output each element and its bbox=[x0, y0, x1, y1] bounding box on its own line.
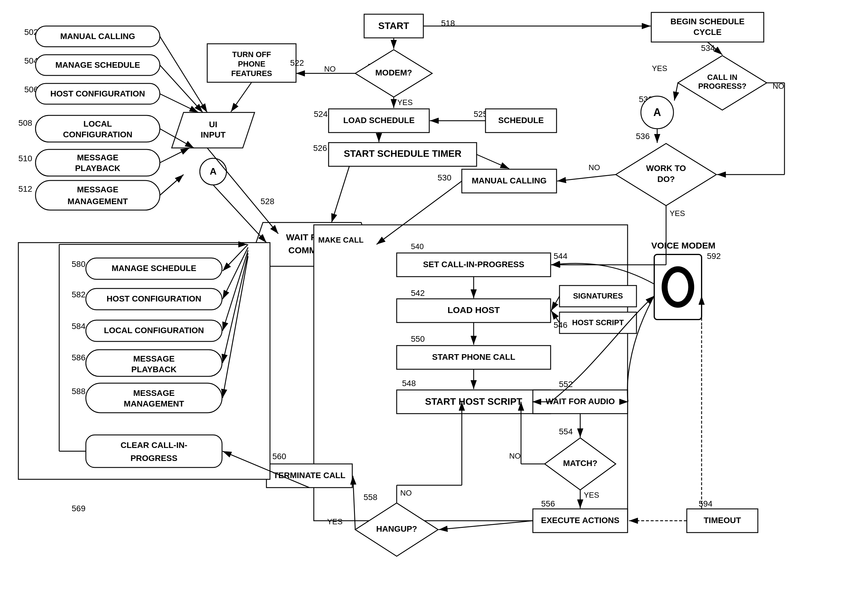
diagram-container: 502 MANUAL CALLING 504 MANAGE SCHEDULE 5… bbox=[0, 0, 865, 616]
message-playback-bot-label: MESSAGE bbox=[133, 354, 175, 363]
manage-schedule-top-label: MANAGE SCHEDULE bbox=[55, 60, 140, 69]
svg-text:550: 550 bbox=[411, 334, 425, 344]
svg-text:586: 586 bbox=[72, 353, 85, 362]
host-script-label: HOST SCRIPT bbox=[572, 318, 624, 327]
svg-text:YES: YES bbox=[397, 98, 413, 107]
svg-text:584: 584 bbox=[72, 322, 85, 331]
load-host-label: LOAD HOST bbox=[447, 305, 500, 315]
svg-text:594: 594 bbox=[699, 499, 712, 508]
svg-text:INPUT: INPUT bbox=[201, 130, 225, 139]
signatures-label: SIGNATURES bbox=[573, 291, 623, 300]
manual-calling-label: MANUAL CALLING bbox=[60, 31, 135, 41]
host-config-bot-label: HOST CONFIGURATION bbox=[107, 294, 201, 303]
message-mgmt-top-label: MESSAGE bbox=[77, 185, 118, 194]
svg-text:PLAYBACK: PLAYBACK bbox=[131, 365, 177, 374]
svg-text:NO: NO bbox=[589, 163, 600, 172]
svg-text:528: 528 bbox=[260, 197, 274, 206]
svg-text:CYCLE: CYCLE bbox=[693, 28, 722, 37]
svg-text:548: 548 bbox=[402, 379, 416, 388]
svg-text:NO: NO bbox=[400, 489, 412, 497]
hangup-label: HANGUP? bbox=[376, 524, 417, 533]
match-label: MATCH? bbox=[563, 459, 597, 468]
svg-text:592: 592 bbox=[707, 251, 721, 261]
modem-diamond-label: MODEM? bbox=[375, 68, 412, 77]
svg-text:522: 522 bbox=[290, 58, 304, 68]
svg-text:569: 569 bbox=[72, 504, 85, 513]
svg-point-88 bbox=[668, 272, 688, 302]
svg-text:560: 560 bbox=[273, 452, 286, 461]
load-schedule-label: LOAD SCHEDULE bbox=[343, 116, 414, 125]
schedule-label: SCHEDULE bbox=[498, 116, 544, 125]
start-schedule-timer-label: START SCHEDULE TIMER bbox=[344, 148, 462, 159]
svg-text:FEATURES: FEATURES bbox=[231, 69, 272, 78]
a-circle-top-label: A bbox=[653, 106, 661, 118]
execute-actions-label: EXECUTE ACTIONS bbox=[541, 516, 619, 525]
manage-schedule-bot-label: MANAGE SCHEDULE bbox=[112, 264, 196, 273]
svg-text:554: 554 bbox=[559, 427, 573, 436]
svg-text:540: 540 bbox=[411, 242, 424, 251]
turn-off-phone-label: TURN OFF bbox=[232, 50, 271, 59]
start-label: START bbox=[378, 20, 410, 31]
terminate-call-label: TERMINATE CALL bbox=[273, 471, 345, 480]
wait-for-audio-label: WAIT FOR AUDIO bbox=[545, 397, 615, 406]
start-phone-call-label: START PHONE CALL bbox=[432, 352, 515, 361]
svg-text:PHONE: PHONE bbox=[238, 60, 265, 68]
svg-text:544: 544 bbox=[553, 251, 567, 261]
flowchart-svg: 502 MANUAL CALLING 504 MANAGE SCHEDULE 5… bbox=[0, 0, 865, 616]
svg-text:546: 546 bbox=[553, 321, 567, 330]
call-in-progress-label: CALL IN bbox=[707, 73, 737, 82]
svg-text:526: 526 bbox=[313, 143, 327, 152]
svg-text:582: 582 bbox=[72, 290, 85, 299]
svg-text:PROGRESS: PROGRESS bbox=[131, 454, 178, 463]
clear-call-label: CLEAR CALL-IN- bbox=[120, 440, 187, 450]
svg-text:512: 512 bbox=[18, 184, 32, 193]
work-to-do-label: WORK TO bbox=[646, 163, 686, 173]
timeout-label: TIMEOUT bbox=[704, 516, 741, 525]
a-circle-mid-label: A bbox=[210, 166, 216, 177]
svg-text:588: 588 bbox=[72, 387, 85, 396]
svg-text:YES: YES bbox=[327, 517, 342, 526]
svg-text:MANAGEMENT: MANAGEMENT bbox=[124, 399, 184, 408]
svg-text:MANAGEMENT: MANAGEMENT bbox=[68, 197, 128, 206]
svg-text:530: 530 bbox=[438, 173, 451, 182]
svg-text:YES: YES bbox=[670, 209, 685, 218]
message-mgmt-bot-label: MESSAGE bbox=[133, 388, 175, 398]
svg-text:510: 510 bbox=[18, 154, 32, 163]
svg-text:508: 508 bbox=[18, 118, 32, 127]
svg-text:524: 524 bbox=[314, 110, 328, 119]
local-config-bot-label: LOCAL CONFIGURATION bbox=[104, 326, 204, 335]
manual-calling-mid-label: MANUAL CALLING bbox=[471, 176, 547, 185]
ui-input-label: UI bbox=[209, 120, 217, 129]
svg-text:DO?: DO? bbox=[657, 174, 674, 184]
svg-text:CONFIGURATION: CONFIGURATION bbox=[63, 130, 132, 139]
svg-text:542: 542 bbox=[411, 289, 425, 298]
voice-modem-label: VOICE MODEM bbox=[651, 240, 715, 250]
begin-schedule-cycle-label: BEGIN SCHEDULE bbox=[671, 17, 745, 26]
svg-rect-101 bbox=[86, 383, 222, 413]
svg-text:558: 558 bbox=[364, 493, 377, 502]
svg-text:580: 580 bbox=[72, 259, 85, 269]
start-host-script-label: START HOST SCRIPT bbox=[425, 396, 523, 407]
set-call-in-progress-label: SET CALL-IN-PROGRESS bbox=[423, 260, 524, 269]
local-config-top-label: LOCAL bbox=[84, 119, 112, 129]
make-call-label: MAKE CALL bbox=[318, 236, 364, 244]
svg-text:536: 536 bbox=[636, 132, 650, 141]
host-config-top-label: HOST CONFIGURATION bbox=[50, 89, 145, 98]
message-playback-top-label: MESSAGE bbox=[77, 153, 118, 162]
svg-text:534: 534 bbox=[701, 44, 715, 53]
svg-text:NO: NO bbox=[509, 451, 521, 460]
svg-text:YES: YES bbox=[652, 64, 667, 73]
svg-text:YES: YES bbox=[584, 490, 599, 500]
svg-text:PROGRESS?: PROGRESS? bbox=[698, 82, 746, 91]
svg-text:NO: NO bbox=[324, 64, 336, 73]
svg-text:556: 556 bbox=[541, 499, 555, 508]
svg-text:PLAYBACK: PLAYBACK bbox=[75, 163, 120, 173]
